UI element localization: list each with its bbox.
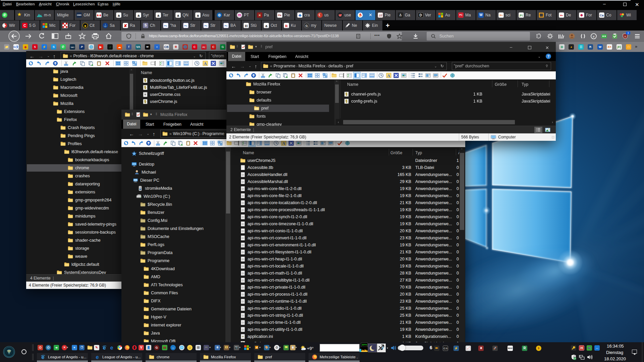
- svg-text:u: u: [625, 35, 626, 38]
- svg-text:e: e: [593, 34, 595, 38]
- svg-text:e: e: [110, 345, 113, 350]
- svg-text:A: A: [387, 73, 390, 78]
- svg-text:A: A: [282, 141, 285, 146]
- svg-text:e: e: [96, 354, 99, 360]
- svg-text:A: A: [204, 61, 207, 66]
